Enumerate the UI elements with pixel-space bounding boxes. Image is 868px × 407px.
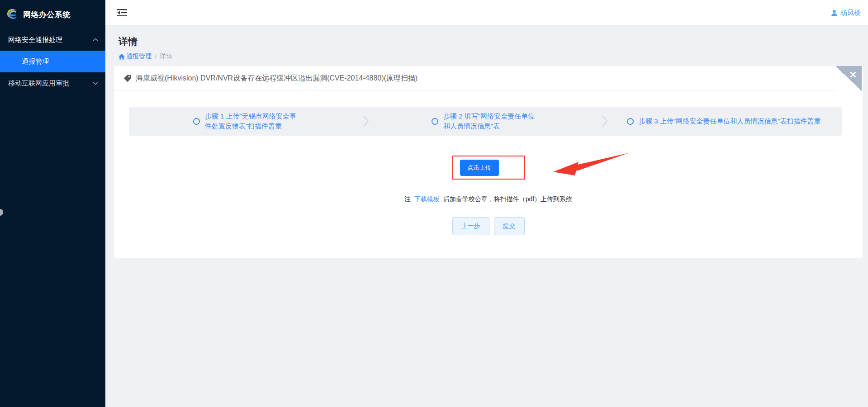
sidebar-collapse-button[interactable] bbox=[115, 6, 129, 19]
step-1: 步骤 1 上传"无锡市网络安全事件处置反馈表"扫描件盖章 bbox=[133, 111, 360, 131]
app-logo-row: 网络办公系统 bbox=[0, 0, 105, 29]
main-area: 杨凤楼 详情 通报管理 / 详情 bbox=[105, 0, 868, 407]
vulnerability-title: 海康威视(Hikvision) DVR/NVR设备存在远程缓冲区溢出漏洞(CVE… bbox=[136, 74, 417, 83]
app-title: 网络办公系统 bbox=[23, 9, 71, 20]
step-3: 步骤 3 上传"网络安全责任单位和人员情况信息"表扫描件盖章 bbox=[611, 116, 837, 126]
step-3-label: 步骤 3 上传"网络安全责任单位和人员情况信息"表扫描件盖章 bbox=[639, 116, 821, 126]
detail-card: 海康威视(Hikvision) DVR/NVR设备存在远程缓冲区溢出漏洞(CVE… bbox=[114, 66, 863, 258]
user-icon bbox=[831, 9, 838, 16]
breadcrumb-root-label: 通报管理 bbox=[126, 52, 152, 61]
step-2: 步骤 2 填写"网络安全责任单位和人员情况信息"表 bbox=[372, 111, 598, 131]
sidebar-group-label: 网络安全通报处理 bbox=[8, 36, 62, 44]
app-logo-icon bbox=[5, 8, 19, 21]
step-2-circle-icon bbox=[432, 118, 438, 125]
download-template-link[interactable]: 下载模板 bbox=[414, 195, 440, 203]
form-actions: 上一步 提交 bbox=[114, 217, 863, 235]
top-header: 杨凤楼 bbox=[105, 0, 868, 26]
close-button[interactable] bbox=[835, 66, 862, 91]
app-window: 网络办公系统 网络安全通报处理 通报管理 移动互联网应用审批 bbox=[0, 0, 868, 407]
chevron-right-icon bbox=[362, 114, 370, 128]
user-name: 杨凤楼 bbox=[840, 9, 861, 17]
chevron-right-icon bbox=[601, 114, 609, 128]
close-icon bbox=[849, 71, 857, 78]
chevron-down-icon bbox=[93, 81, 98, 85]
tag-icon bbox=[123, 75, 131, 82]
sidebar-menu: 网络安全通报处理 通报管理 移动互联网应用审批 bbox=[0, 29, 105, 94]
sidebar-group-label: 移动互联网应用审批 bbox=[8, 79, 69, 88]
step-1-label: 步骤 1 上传"无锡市网络安全事件处置反馈表"扫描件盖章 bbox=[205, 111, 301, 131]
sidebar-item-notification-management[interactable]: 通报管理 bbox=[0, 51, 105, 72]
breadcrumb-root-link[interactable]: 通报管理 bbox=[119, 52, 152, 61]
home-icon bbox=[119, 54, 125, 60]
note-prefix: 注 bbox=[404, 195, 411, 203]
annotation-arrow-icon bbox=[549, 151, 631, 179]
step-1-circle-icon bbox=[193, 118, 200, 125]
window-edge-handle[interactable] bbox=[0, 209, 3, 216]
breadcrumb-separator: / bbox=[155, 53, 157, 60]
upload-note: 注 下载模板 后加盖学校公章，将扫描件（pdf）上传到系统 bbox=[114, 195, 863, 204]
note-suffix: 后加盖学校公章，将扫描件（pdf）上传到系统 bbox=[443, 195, 572, 203]
steps-bar: 步骤 1 上传"无锡市网络安全事件处置反馈表"扫描件盖章 步骤 2 填写"网络安… bbox=[129, 107, 842, 136]
user-menu[interactable]: 杨凤楼 bbox=[831, 9, 861, 17]
menu-fold-icon bbox=[117, 9, 127, 17]
sidebar-group-network-security[interactable]: 网络安全通报处理 bbox=[0, 29, 105, 51]
sidebar: 网络办公系统 网络安全通报处理 通报管理 移动互联网应用审批 bbox=[0, 0, 105, 407]
previous-step-button[interactable]: 上一步 bbox=[452, 217, 489, 235]
chevron-up-icon bbox=[93, 38, 98, 42]
card-header: 海康威视(Hikvision) DVR/NVR设备存在远程缓冲区溢出漏洞(CVE… bbox=[114, 66, 863, 91]
upload-button[interactable]: 点击上传 bbox=[460, 160, 499, 176]
step-2-label: 步骤 2 填写"网络安全责任单位和人员情况信息"表 bbox=[443, 111, 539, 131]
sidebar-group-mobile-app-approval[interactable]: 移动互联网应用审批 bbox=[0, 72, 105, 94]
step-separator bbox=[599, 114, 611, 128]
submit-button[interactable]: 提交 bbox=[494, 217, 525, 235]
annotation-highlight-box: 点击上传 bbox=[452, 156, 525, 180]
upload-section: 点击上传 bbox=[114, 156, 863, 180]
step-3-circle-icon bbox=[627, 118, 634, 125]
step-separator bbox=[360, 114, 372, 128]
page-content: 详情 通报管理 / 详情 海康威视(Hikvision) D bbox=[105, 26, 868, 407]
sidebar-item-label: 通报管理 bbox=[22, 57, 49, 66]
page-title: 详情 bbox=[119, 35, 863, 48]
breadcrumb: 通报管理 / 详情 bbox=[119, 52, 863, 61]
breadcrumb-current: 详情 bbox=[160, 52, 172, 61]
